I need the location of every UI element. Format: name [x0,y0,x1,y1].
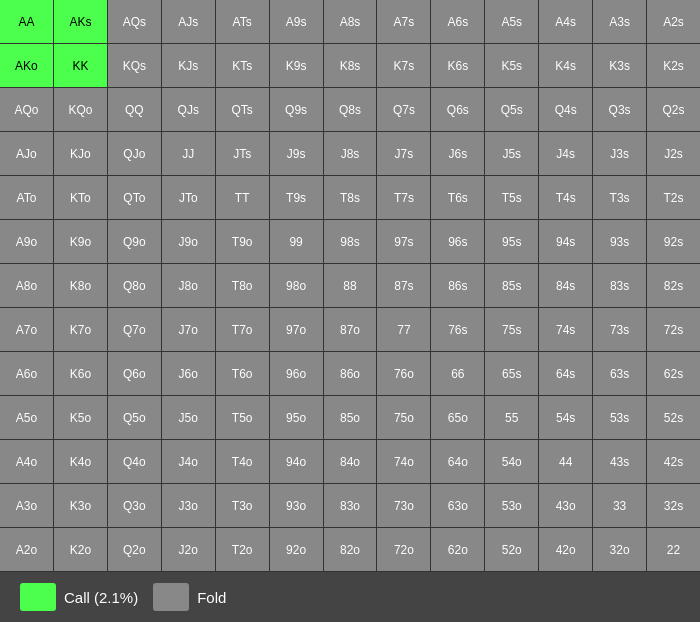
grid-cell[interactable]: T5s [485,176,538,219]
grid-cell[interactable]: AQs [108,0,161,43]
grid-cell[interactable]: 42s [647,440,700,483]
grid-cell[interactable]: Q8o [108,264,161,307]
grid-cell[interactable]: 73s [593,308,646,351]
grid-cell[interactable]: Q9s [270,88,323,131]
grid-cell[interactable]: 82o [324,528,377,571]
grid-cell[interactable]: K9o [54,220,107,263]
grid-cell[interactable]: 82s [647,264,700,307]
grid-cell[interactable]: 86o [324,352,377,395]
grid-cell[interactable]: 85o [324,396,377,439]
grid-cell[interactable]: A8s [324,0,377,43]
grid-cell[interactable]: JJ [162,132,215,175]
grid-cell[interactable]: A6o [0,352,53,395]
grid-cell[interactable]: ATo [0,176,53,219]
grid-cell[interactable]: Q8s [324,88,377,131]
grid-cell[interactable]: J3o [162,484,215,527]
grid-cell[interactable]: Q9o [108,220,161,263]
grid-cell[interactable]: A7s [377,0,430,43]
grid-cell[interactable]: QJo [108,132,161,175]
grid-cell[interactable]: A6s [431,0,484,43]
grid-cell[interactable]: 65o [431,396,484,439]
grid-cell[interactable]: Q2o [108,528,161,571]
grid-cell[interactable]: JTo [162,176,215,219]
grid-cell[interactable]: K4o [54,440,107,483]
grid-cell[interactable]: K2o [54,528,107,571]
grid-cell[interactable]: T3o [216,484,269,527]
grid-cell[interactable]: T7s [377,176,430,219]
grid-cell[interactable]: 64o [431,440,484,483]
grid-cell[interactable]: 95o [270,396,323,439]
grid-cell[interactable]: T8o [216,264,269,307]
grid-cell[interactable]: 94s [539,220,592,263]
grid-cell[interactable]: K3s [593,44,646,87]
grid-cell[interactable]: 66 [431,352,484,395]
grid-cell[interactable]: J6o [162,352,215,395]
grid-cell[interactable]: J7o [162,308,215,351]
grid-cell[interactable]: T3s [593,176,646,219]
grid-cell[interactable]: Q2s [647,88,700,131]
grid-cell[interactable]: J4o [162,440,215,483]
grid-cell[interactable]: 98s [324,220,377,263]
grid-cell[interactable]: 44 [539,440,592,483]
grid-cell[interactable]: 87o [324,308,377,351]
grid-cell[interactable]: JTs [216,132,269,175]
grid-cell[interactable]: 95s [485,220,538,263]
grid-cell[interactable]: 98o [270,264,323,307]
grid-cell[interactable]: A3o [0,484,53,527]
grid-cell[interactable]: ATs [216,0,269,43]
grid-cell[interactable]: J4s [539,132,592,175]
grid-cell[interactable]: Q7o [108,308,161,351]
grid-cell[interactable]: A8o [0,264,53,307]
grid-cell[interactable]: 88 [324,264,377,307]
grid-cell[interactable]: J7s [377,132,430,175]
grid-cell[interactable]: QQ [108,88,161,131]
grid-cell[interactable]: T9s [270,176,323,219]
grid-cell[interactable]: KJs [162,44,215,87]
grid-cell[interactable]: T9o [216,220,269,263]
grid-cell[interactable]: 63s [593,352,646,395]
grid-cell[interactable]: A4s [539,0,592,43]
grid-cell[interactable]: KTs [216,44,269,87]
grid-cell[interactable]: 52s [647,396,700,439]
grid-cell[interactable]: K4s [539,44,592,87]
grid-cell[interactable]: J2s [647,132,700,175]
grid-cell[interactable]: 84o [324,440,377,483]
grid-cell[interactable]: J5o [162,396,215,439]
grid-cell[interactable]: KK [54,44,107,87]
grid-cell[interactable]: 74s [539,308,592,351]
grid-cell[interactable]: J5s [485,132,538,175]
grid-cell[interactable]: 22 [647,528,700,571]
grid-cell[interactable]: K5s [485,44,538,87]
grid-cell[interactable]: 54s [539,396,592,439]
grid-cell[interactable]: QTs [216,88,269,131]
grid-cell[interactable]: QTo [108,176,161,219]
grid-cell[interactable]: K9s [270,44,323,87]
grid-cell[interactable]: AQo [0,88,53,131]
grid-cell[interactable]: T4s [539,176,592,219]
grid-cell[interactable]: AJs [162,0,215,43]
grid-cell[interactable]: 43o [539,484,592,527]
grid-cell[interactable]: 93s [593,220,646,263]
grid-cell[interactable]: J2o [162,528,215,571]
grid-cell[interactable]: 83o [324,484,377,527]
grid-cell[interactable]: A9s [270,0,323,43]
grid-cell[interactable]: 33 [593,484,646,527]
grid-cell[interactable]: 53o [485,484,538,527]
grid-cell[interactable]: K5o [54,396,107,439]
grid-cell[interactable]: J3s [593,132,646,175]
grid-cell[interactable]: T6s [431,176,484,219]
grid-cell[interactable]: T5o [216,396,269,439]
grid-cell[interactable]: Q3s [593,88,646,131]
grid-cell[interactable]: A9o [0,220,53,263]
grid-cell[interactable]: 99 [270,220,323,263]
grid-cell[interactable]: AA [0,0,53,43]
grid-cell[interactable]: J9s [270,132,323,175]
grid-cell[interactable]: T2o [216,528,269,571]
grid-cell[interactable]: KQs [108,44,161,87]
grid-cell[interactable]: A2s [647,0,700,43]
grid-cell[interactable]: A2o [0,528,53,571]
grid-cell[interactable]: 42o [539,528,592,571]
grid-cell[interactable]: 76s [431,308,484,351]
grid-cell[interactable]: Q5s [485,88,538,131]
grid-cell[interactable]: 32s [647,484,700,527]
